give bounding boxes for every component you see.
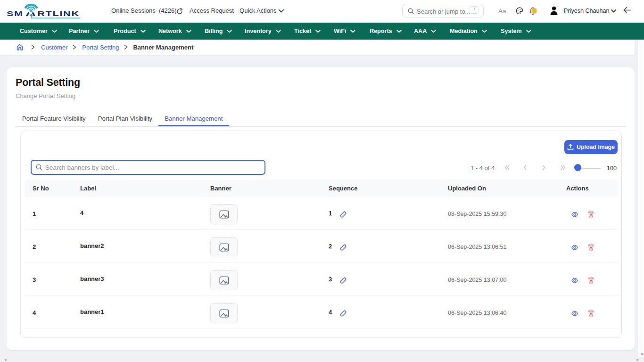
- svg-text:SM: SM: [7, 9, 24, 17]
- svg-text:RTLINK: RTLINK: [37, 9, 80, 17]
